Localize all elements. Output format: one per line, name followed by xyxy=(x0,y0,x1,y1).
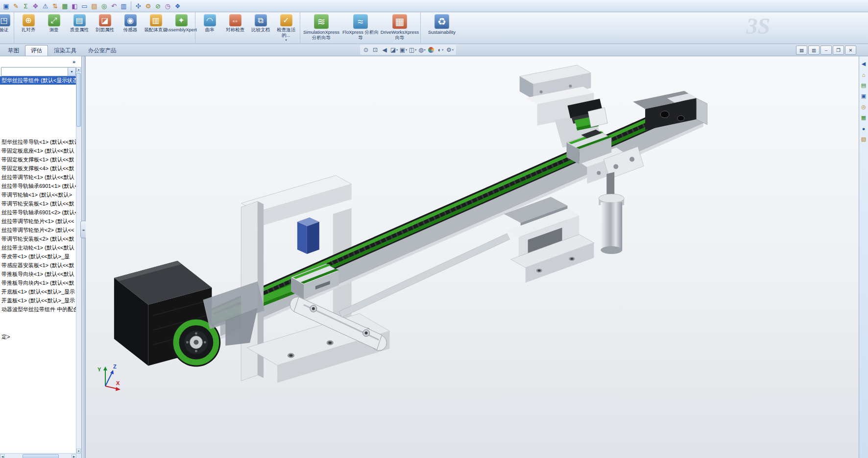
scroll-right-icon[interactable]: ▶ xyxy=(72,454,76,458)
tree-root-item-selected[interactable]: 型华丝拉带组件 (默认<显示状态 xyxy=(0,76,76,85)
zoom-area-icon[interactable]: ⊡ xyxy=(371,46,380,54)
palette-icon[interactable]: ❖ xyxy=(173,1,182,11)
tab-render-tools[interactable]: 渲染工具 xyxy=(48,45,82,56)
zoom-fit-icon[interactable]: ⊙ xyxy=(362,46,370,54)
symmetry-check-button[interactable]: ⇔ 对称检查 xyxy=(222,12,248,44)
tab-evaluate[interactable]: 评估 xyxy=(25,45,48,56)
scroll-up-icon[interactable]: ▲ xyxy=(76,67,81,72)
assembly-3d-model[interactable] xyxy=(86,56,859,458)
tab-sketch[interactable]: 草图 xyxy=(2,45,25,56)
gear-icon[interactable]: ⚙ xyxy=(144,1,153,11)
history-icon[interactable]: ◷ xyxy=(163,1,172,11)
tree-item[interactable]: 丝拉带主动轮<1> (默认<<默认 xyxy=(0,243,76,252)
edit-appearance-icon[interactable]: ● xyxy=(427,46,435,54)
apply-scene-icon[interactable]: ◐▾ xyxy=(436,46,445,54)
pane-left-icon[interactable]: ▤ xyxy=(796,46,807,55)
tree-item[interactable]: 带调节轮安装板<1> (默认<<默 xyxy=(0,199,76,208)
capture-icon[interactable]: ▭ xyxy=(80,1,89,11)
view-orientation-icon[interactable]: ▣▾ xyxy=(399,46,408,54)
driveworksxpress-wizard-button[interactable]: ▦ DriveWorksXpress 向导 xyxy=(380,12,421,44)
tree-item[interactable]: 丝拉带导轨轴承6901<2> (默认< xyxy=(0,208,76,217)
panel-splitter[interactable]: ◂▸ xyxy=(81,56,86,458)
tab-office-products[interactable]: 办公室产品 xyxy=(82,45,122,56)
graphics-viewport[interactable]: Y Z X xyxy=(86,56,859,458)
tree-item[interactable]: 动器波型华丝拉带组件 中的配合 xyxy=(0,305,76,314)
tree-item[interactable]: 带调节轮轴<1> (默认<<默认> xyxy=(0,190,76,199)
undo-icon[interactable]: ↶ xyxy=(109,1,119,11)
tree-item[interactable]: 带固定板支撑板<4> (默认<<默 xyxy=(0,164,76,173)
compare-documents-button[interactable]: ⧉ 比较文档 xyxy=(248,12,273,44)
curvature-button[interactable]: ◠ 曲率 xyxy=(197,12,222,44)
tree-filter-combobox[interactable]: ▼ xyxy=(1,67,76,76)
tree-item[interactable]: 丝拉带导轨轴承6901<1> (默认< xyxy=(0,182,76,190)
horizontal-scroll-thumb[interactable] xyxy=(23,454,59,458)
tree-item[interactable]: 型华丝拉带导轨<1> (默认<<默认 xyxy=(0,137,76,146)
swap-arrows-icon[interactable]: ⇅ xyxy=(50,1,60,11)
grid-icon[interactable]: ▥ xyxy=(119,1,128,11)
view-palette-icon[interactable]: ▦ xyxy=(860,114,868,121)
layers-icon[interactable]: ▤ xyxy=(90,1,99,11)
cancel-icon[interactable]: ⊘ xyxy=(153,1,163,11)
measure-button[interactable]: ⤢ 测量 xyxy=(41,12,67,44)
search-icon[interactable]: ◎ xyxy=(860,103,868,111)
tree-item[interactable]: 带调节轮安装板<2> (默认<<默 xyxy=(0,234,76,243)
mass-properties-button[interactable]: ▤ 质量属性 xyxy=(67,12,92,44)
model-blue-block[interactable] xyxy=(297,217,319,254)
select-icon[interactable]: ▣ xyxy=(1,1,11,11)
target-icon[interactable]: ◎ xyxy=(99,1,109,11)
display-style-icon[interactable]: ◫▾ xyxy=(409,46,417,54)
warning-check-icon[interactable]: ⚠ xyxy=(41,1,50,11)
section-properties-button[interactable]: ◪ 剖面属性 xyxy=(92,12,118,44)
check-active-document-button[interactable]: ✓ 检查激活的... ▾ xyxy=(273,12,300,44)
model-carriage-1[interactable] xyxy=(291,264,339,299)
tree-item[interactable]: 带感应器安装板<1> (默认<<默 xyxy=(0,261,76,270)
hide-show-items-icon[interactable]: ◍▾ xyxy=(418,46,426,54)
assemblyxpert-button[interactable]: ✦ AssemblyXpert xyxy=(169,12,195,44)
design-library-icon[interactable]: ▤ xyxy=(860,82,868,89)
hole-alignment-button[interactable]: ⊕ 孔对齐 xyxy=(16,12,41,44)
file-explorer-icon[interactable]: ▣ xyxy=(860,92,868,100)
sensor-button[interactable]: ◉ 传感器 xyxy=(118,12,143,44)
equations-icon[interactable]: Σ xyxy=(21,1,30,11)
resources-home-icon[interactable]: ⌂ xyxy=(860,71,868,78)
tree-item[interactable]: 带推板导向块<1> (默认<<默认 xyxy=(0,270,76,278)
tree-item[interactable]: 带固定板支撑板<1> (默认<<默 xyxy=(0,155,76,164)
model-right-support[interactable] xyxy=(504,197,594,283)
tree-item[interactable]: 定> xyxy=(0,332,76,341)
tree-horizontal-scrollbar[interactable]: ◀ ▶ xyxy=(0,453,76,458)
tree-item[interactable]: 丝拉带调节轮垫片<1> (默认<< xyxy=(0,217,76,226)
tree-item[interactable]: 带固定板底座<1> (默认<<默认 xyxy=(0,146,76,155)
design-table-icon[interactable]: ▦ xyxy=(60,1,70,11)
tree-item[interactable]: 开底板<1> (默认<<默认>_显示 xyxy=(0,287,76,296)
tree-item[interactable]: 带推板导向块内<1> (默认<<默 xyxy=(0,278,76,287)
tree-item[interactable]: 带皮带<1> (默认<<默认>_显 xyxy=(0,252,76,261)
clearance-verify-button[interactable]: ◳ 验证 xyxy=(0,12,14,44)
view-settings-icon[interactable]: ⚙▾ xyxy=(446,46,454,54)
sustainability-button[interactable]: ♻ Sustainability xyxy=(422,12,461,44)
appearances-icon[interactable]: ● xyxy=(860,125,868,132)
section-view-icon[interactable]: ◪▾ xyxy=(390,46,398,54)
assembly-visualization-button[interactable]: ▥ 装配体直观 xyxy=(143,12,169,44)
vertical-scroll-thumb[interactable] xyxy=(76,73,81,127)
pane-right-icon[interactable]: ▥ xyxy=(808,46,820,55)
tree-item[interactable]: 丝拉带调节轮垫片<2> (默认<< xyxy=(0,226,76,234)
panel-collapse-chevron-icon[interactable]: » xyxy=(72,59,75,65)
tree-item[interactable]: 丝拉带调节轮<1> (默认<<默认 xyxy=(0,173,76,182)
close-icon[interactable]: ✕ xyxy=(845,46,856,55)
tolerance-icon[interactable]: ✥ xyxy=(31,1,40,11)
sketch-icon[interactable]: ✎ xyxy=(11,1,21,11)
tree-vertical-scrollbar[interactable]: ▲ ▼ xyxy=(76,67,81,454)
tree-item[interactable]: 开盖板<1> (默认<<默认>_显示 xyxy=(0,296,76,305)
custom-properties-icon[interactable]: ▧ xyxy=(860,136,868,143)
appearance-swatch-icon[interactable]: ◧ xyxy=(70,1,79,11)
floxpress-wizard-button[interactable]: ≈ FloXpress 分析向导 xyxy=(341,12,380,44)
scroll-down-icon[interactable]: ▼ xyxy=(76,449,81,454)
simulationxpress-wizard-button[interactable]: ≋ SimulationXpress 分析向导 xyxy=(302,12,341,44)
expand-taskpane-icon[interactable]: ◀ xyxy=(860,60,868,68)
exploded-view-icon[interactable]: ✣ xyxy=(134,1,143,11)
scroll-left-icon[interactable]: ◀ xyxy=(0,454,5,458)
restore-icon[interactable]: ❐ xyxy=(833,46,844,55)
minimize-icon[interactable]: – xyxy=(820,46,832,55)
chevron-down-icon[interactable]: ▼ xyxy=(68,68,75,76)
previous-view-icon[interactable]: ◀ xyxy=(381,46,389,54)
